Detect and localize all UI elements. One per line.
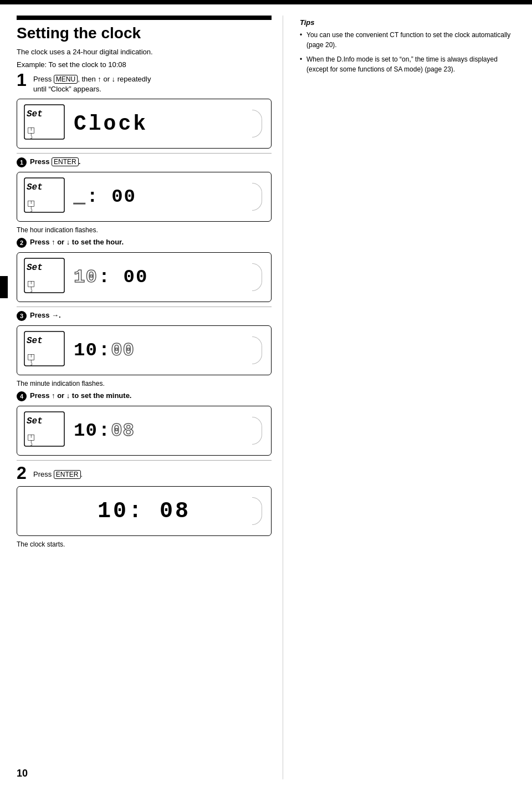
page-title: Setting the clock bbox=[17, 24, 272, 42]
d5-hour: 10 bbox=[74, 420, 98, 441]
divider-2 bbox=[17, 307, 272, 307]
tip-item-1: You can use the convenient CT function t… bbox=[300, 30, 515, 50]
set-icon-3: Set ┌┬┐ └┬┘ ┘ bbox=[24, 258, 68, 297]
flash-min-2: 08 bbox=[111, 420, 135, 441]
substep-circle-2: 2 bbox=[17, 238, 27, 248]
substep-circle-1: 1 bbox=[17, 157, 27, 167]
example-text: Example: To set the clock to 10:08 bbox=[17, 60, 272, 69]
display-6-time: 10: 08 bbox=[24, 499, 264, 524]
tip-item-2: When the D.Info mode is set to “on,” the… bbox=[300, 54, 515, 74]
substep-1: 1 Press ENTER. bbox=[17, 157, 272, 167]
flash-min-1: 00 bbox=[111, 340, 135, 361]
display-curve-3 bbox=[252, 263, 262, 291]
svg-text:Set: Set bbox=[27, 416, 43, 426]
substep-4-text: Press ↑ or ↓ to set the minute. bbox=[30, 391, 132, 401]
svg-text:┘: ┘ bbox=[30, 136, 33, 141]
note-clock-starts: The clock starts. bbox=[17, 540, 272, 548]
svg-text:┌┬┐: ┌┬┐ bbox=[27, 125, 35, 131]
svg-text:┘: ┘ bbox=[30, 443, 33, 448]
clock-display-text: Clock bbox=[74, 112, 264, 136]
time-colon-2: : 00 bbox=[99, 267, 149, 288]
time-colon-1: : 00 bbox=[86, 186, 136, 207]
substep-circle-4: 4 bbox=[17, 391, 27, 401]
substep-3-text: Press →. bbox=[30, 310, 61, 320]
clock-label: Clock bbox=[74, 112, 148, 136]
top-bar bbox=[0, 0, 532, 4]
display-3-time: 10 : 00 bbox=[74, 267, 264, 288]
substep-3: 3 Press →. bbox=[17, 310, 272, 321]
display-curve-1 bbox=[252, 110, 262, 137]
substep-1-text: Press ENTER. bbox=[30, 157, 80, 167]
step-2-content: Press ENTER. bbox=[33, 466, 83, 479]
d5-colon: : bbox=[99, 420, 110, 441]
svg-text:┌┬┐: ┌┬┐ bbox=[27, 279, 35, 284]
svg-text:┌┬┐: ┌┬┐ bbox=[27, 432, 35, 438]
set-icon-4: Set ┌┬┐ └┬┘ ┘ bbox=[24, 331, 68, 370]
display-4-time: 10 : 00 bbox=[74, 340, 264, 361]
step-2: 2 Press ENTER. bbox=[17, 464, 272, 482]
tips-title: Tips bbox=[300, 18, 515, 27]
display-6: 10: 08 bbox=[17, 486, 272, 536]
set-icon-5: Set ┌┬┐ └┬┘ ┘ bbox=[24, 411, 68, 450]
flash-hour-1: _ bbox=[74, 186, 85, 207]
display-4: Set ┌┬┐ └┬┘ ┘ 10 : 00 bbox=[17, 325, 272, 375]
right-column: Tips You can use the convenient CT funct… bbox=[283, 16, 515, 779]
svg-text:┘: ┘ bbox=[30, 209, 33, 214]
svg-text:┌┬┐: ┌┬┐ bbox=[27, 352, 35, 358]
step-1: 1 Press MENU, then ↑ or ↓ repeatedlyunti… bbox=[17, 71, 272, 94]
enter-button-label-2: ENTER bbox=[54, 470, 81, 479]
left-column: Setting the clock The clock uses a 24-ho… bbox=[17, 16, 283, 779]
svg-text:Set: Set bbox=[27, 109, 43, 119]
flash-hour-2: 10 bbox=[74, 267, 98, 288]
display-2: Set ┌┬┐ └┬┘ ┘ _ : 00 bbox=[17, 172, 272, 222]
svg-text:Set: Set bbox=[27, 336, 43, 346]
display-5-time: 10 : 08 bbox=[74, 420, 264, 441]
d4-hour: 10 bbox=[74, 340, 98, 361]
final-time: 10: 08 bbox=[98, 499, 191, 524]
svg-text:Set: Set bbox=[27, 182, 43, 192]
display-curve-5 bbox=[252, 417, 262, 445]
enter-button-label-1: ENTER bbox=[52, 157, 79, 166]
section-marker bbox=[0, 276, 8, 298]
display-curve-6 bbox=[252, 497, 262, 525]
substep-2-text: Press ↑ or ↓ to set the hour. bbox=[30, 237, 124, 247]
step-1-number: 1 bbox=[17, 71, 29, 89]
subtitle-text: The clock uses a 24-hour digital indicat… bbox=[17, 48, 272, 56]
svg-text:Set: Set bbox=[27, 263, 43, 273]
d4-colon: : bbox=[99, 340, 110, 361]
content-top-bar bbox=[17, 16, 272, 20]
menu-button-label: MENU bbox=[54, 75, 78, 84]
page-number: 10 bbox=[17, 768, 28, 779]
substep-2: 2 Press ↑ or ↓ to set the hour. bbox=[17, 237, 272, 248]
display-1: Set ┌┬┐ └┬┘ ┘ Clock bbox=[17, 99, 272, 149]
set-icon-1: Set ┌┬┐ └┬┘ ┘ bbox=[24, 104, 68, 143]
display-2-time: _ : 00 bbox=[74, 186, 264, 207]
note-min-flash: The minute indication flashes. bbox=[17, 380, 272, 387]
display-curve-4 bbox=[252, 336, 262, 364]
tips-list: You can use the convenient CT function t… bbox=[300, 30, 515, 74]
step-2-number: 2 bbox=[17, 464, 29, 482]
svg-text:┌┬┐: ┌┬┐ bbox=[27, 198, 35, 204]
substep-4: 4 Press ↑ or ↓ to set the minute. bbox=[17, 391, 272, 401]
display-5: Set ┌┬┐ └┬┘ ┘ 10 : 08 bbox=[17, 406, 272, 456]
display-3: Set ┌┬┐ └┬┘ ┘ 10 : 00 bbox=[17, 252, 272, 302]
substep-circle-3: 3 bbox=[17, 311, 27, 321]
svg-text:┘: ┘ bbox=[30, 289, 33, 294]
svg-text:┘: ┘ bbox=[30, 363, 33, 368]
display-curve-2 bbox=[252, 183, 262, 211]
divider-3 bbox=[17, 460, 272, 461]
set-icon-2: Set ┌┬┐ └┬┘ ┘ bbox=[24, 177, 68, 216]
step-1-content: Press MENU, then ↑ or ↓ repeatedlyuntil … bbox=[33, 71, 151, 94]
divider-1 bbox=[17, 153, 272, 154]
note-hour-flash: The hour indication flashes. bbox=[17, 226, 272, 234]
